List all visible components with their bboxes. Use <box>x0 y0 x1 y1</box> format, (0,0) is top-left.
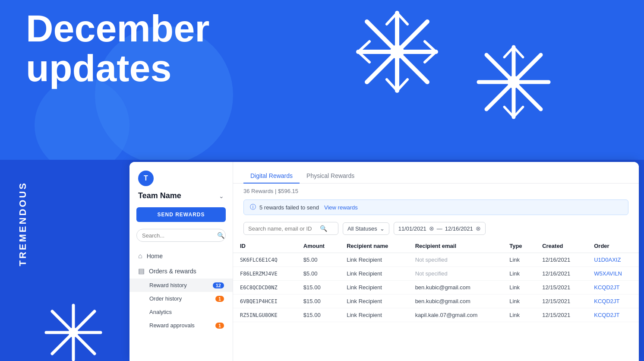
tabs-bar: Digital Rewards Physical Rewards <box>233 162 639 184</box>
col-amount: Amount <box>297 239 340 253</box>
cell-amount: $5.00 <box>297 253 340 267</box>
reward-approvals-label: Reward approvals <box>149 322 195 329</box>
cell-created: 12/15/2021 <box>535 308 587 322</box>
snowflake-large-icon <box>354 9 440 95</box>
sidebar-search-box[interactable]: 🔍 <box>136 229 226 242</box>
sidebar-item-reward-approvals[interactable]: Reward approvals 1 <box>129 319 233 332</box>
cell-order[interactable]: KCQD2JT <box>587 294 639 308</box>
order-history-label: Order history <box>149 295 182 302</box>
cell-order[interactable]: U1D0AXIZ <box>587 253 639 267</box>
view-rewards-link[interactable]: View rewards <box>324 204 358 211</box>
status-filter[interactable]: All Statuses ⌄ <box>343 222 389 235</box>
cell-recipient-email: Not specified <box>408 253 503 267</box>
send-rewards-button[interactable]: SEND REWARDS <box>136 207 226 222</box>
svg-point-17 <box>508 76 520 89</box>
snowflake-bottom-icon <box>43 302 104 361</box>
cell-amount: $15.00 <box>297 294 340 308</box>
rewards-summary: 36 Rewards | $596.15 <box>233 184 639 197</box>
reward-approvals-badge: 1 <box>215 323 224 329</box>
cell-type: Link <box>502 294 535 308</box>
svg-point-26 <box>69 328 78 337</box>
cell-id: F86LERZMJ4VE <box>233 267 297 281</box>
col-recipient-name: Recipient name <box>340 239 408 253</box>
cell-type: Link <box>502 267 535 281</box>
filter-row: 🔍 All Statuses ⌄ 11/01/2021 ⊗ — 12/16/20… <box>233 218 639 239</box>
alert-text: 5 rewards failed to send <box>259 204 319 211</box>
team-name-row[interactable]: Team Name ⌄ <box>129 191 233 200</box>
svg-point-4 <box>390 45 404 59</box>
rewards-table-container: ID Amount Recipient name Recipient email… <box>233 239 639 361</box>
col-recipient-email: Recipient email <box>408 239 503 253</box>
avatar: T <box>138 171 154 186</box>
sidebar-search-input[interactable] <box>142 232 215 239</box>
main-panel: T Team Name ⌄ SEND REWARDS 🔍 ⌂ Home ▤ Or… <box>129 162 639 361</box>
cell-created: 12/16/2021 <box>535 267 587 281</box>
cell-recipient-email: kapil.kale.07@gmail.com <box>408 308 503 322</box>
cell-recipient-name: Link Recipient <box>340 281 408 294</box>
date-end-clear-icon[interactable]: ⊗ <box>476 225 481 232</box>
cell-recipient-email: ben.kubic@gmail.com <box>408 281 503 294</box>
search-filter-input[interactable] <box>248 225 317 232</box>
col-created: Created <box>535 239 587 253</box>
search-filter-box[interactable]: 🔍 <box>243 222 338 235</box>
cell-id: E6C8QCDCD0NZ <box>233 281 297 294</box>
filter-search-icon: 🔍 <box>320 225 327 232</box>
content-area: Digital Rewards Physical Rewards 36 Rewa… <box>233 162 639 361</box>
date-range-filter[interactable]: 11/01/2021 ⊗ — 12/16/2021 ⊗ <box>394 222 486 235</box>
cell-id: 6VBQE1P4HCEI <box>233 294 297 308</box>
cell-recipient-email: ben.kubic@gmail.com <box>408 294 503 308</box>
cell-created: 12/16/2021 <box>535 253 587 267</box>
cell-amount: $15.00 <box>297 308 340 322</box>
chevron-down-icon: ⌄ <box>219 193 224 200</box>
cell-id: SK6FLC6E1C4Q <box>233 253 297 267</box>
sidebar-item-order-history[interactable]: Order history 1 <box>129 292 233 305</box>
hero-title: December updates <box>26 9 210 89</box>
cell-recipient-name: Link Recipient <box>340 253 408 267</box>
cell-id: RZ5INLGU8OKE <box>233 308 297 322</box>
table-header: ID Amount Recipient name Recipient email… <box>233 239 639 253</box>
sidebar-item-analytics[interactable]: Analytics <box>129 305 233 319</box>
sidebar-orders-label: Orders & rewards <box>149 268 196 275</box>
date-start: 11/01/2021 <box>398 225 426 232</box>
cell-created: 12/15/2021 <box>535 281 587 294</box>
cell-recipient-name: Link Recipient <box>340 267 408 281</box>
cell-recipient-name: Link Recipient <box>340 308 408 322</box>
table-row: E6C8QCDCD0NZ $15.00 Link Recipient ben.k… <box>233 281 639 294</box>
date-start-clear-icon[interactable]: ⊗ <box>429 225 434 232</box>
table-body: SK6FLC6E1C4Q $5.00 Link Recipient Not sp… <box>233 253 639 322</box>
cell-type: Link <box>502 281 535 294</box>
cell-type: Link <box>502 308 535 322</box>
cell-order[interactable]: W5XAVILN <box>587 267 639 281</box>
alert-banner: ⓘ 5 rewards failed to send View rewards <box>243 200 628 215</box>
sidebar-item-reward-history[interactable]: Reward history 12 <box>129 279 233 292</box>
tab-digital-rewards[interactable]: Digital Rewards <box>243 169 300 184</box>
cell-order[interactable]: KCQD2JT <box>587 281 639 294</box>
col-id: ID <box>233 239 297 253</box>
date-end: 12/16/2021 <box>445 225 473 232</box>
home-icon: ⌂ <box>138 252 142 260</box>
sidebar-home-label: Home <box>147 253 163 260</box>
date-separator: — <box>437 225 442 232</box>
table-row: SK6FLC6E1C4Q $5.00 Link Recipient Not sp… <box>233 253 639 267</box>
orders-icon: ▤ <box>138 267 145 275</box>
team-name: Team Name <box>138 191 181 200</box>
status-chevron-icon: ⌄ <box>380 225 385 232</box>
col-order: Order <box>587 239 639 253</box>
cell-amount: $5.00 <box>297 267 340 281</box>
cell-type: Link <box>502 253 535 267</box>
status-filter-label: All Statuses <box>347 225 377 232</box>
cell-created: 12/15/2021 <box>535 294 587 308</box>
sidebar: T Team Name ⌄ SEND REWARDS 🔍 ⌂ Home ▤ Or… <box>129 162 233 361</box>
table-row: RZ5INLGU8OKE $15.00 Link Recipient kapil… <box>233 308 639 322</box>
sidebar-item-orders[interactable]: ▤ Orders & rewards <box>129 263 233 279</box>
snowflake-medium-icon <box>475 43 552 121</box>
table-row: 6VBQE1P4HCEI $15.00 Link Recipient ben.k… <box>233 294 639 308</box>
info-icon: ⓘ <box>250 203 256 211</box>
sidebar-item-home[interactable]: ⌂ Home <box>129 249 233 263</box>
tab-physical-rewards[interactable]: Physical Rewards <box>300 169 361 184</box>
cell-order[interactable]: KCQD2JT <box>587 308 639 322</box>
rewards-table: ID Amount Recipient name Recipient email… <box>233 239 639 322</box>
cell-amount: $15.00 <box>297 281 340 294</box>
reward-history-label: Reward history <box>149 282 187 288</box>
col-type: Type <box>502 239 535 253</box>
